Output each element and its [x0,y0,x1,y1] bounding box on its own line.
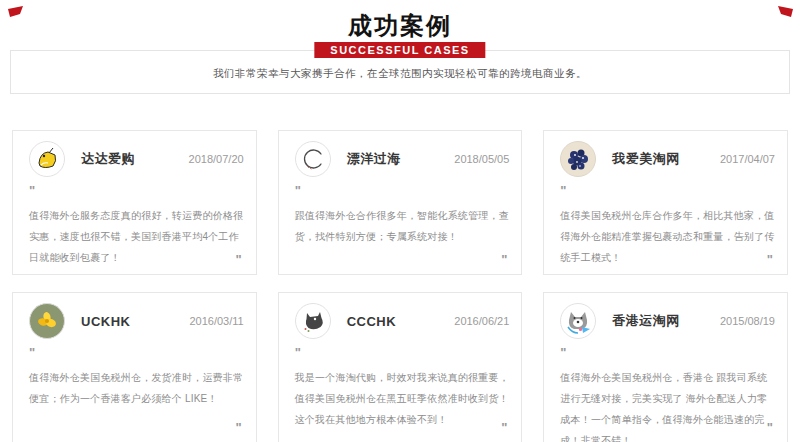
testimonial-card: 漂洋过海 2018/05/05 " 跟值得海外仓合作很多年，智能化系统管理，查货… [278,130,523,275]
testimonial-card: CCCHK 2016/06/21 " 我是一个海淘代购，时效对我来说真的很重要，… [278,292,523,442]
blue-flowers-avatar [560,141,596,177]
open-quote-mark: " [295,348,510,358]
close-quote-mark: " [767,252,773,267]
review-date: 2015/08/19 [720,315,775,327]
dada-mascot-avatar [29,141,65,177]
testimonial-card: UCKHK 2016/03/11 " 值得海外仓美国免税州仓，发货准时，运费非常… [12,292,257,442]
open-quote-mark: " [560,348,775,358]
client-name: 香港运淘网 [612,312,680,330]
card-header: 我爱美淘网 2017/04/07 [560,141,775,177]
review-text: 跟值得海外仓合作很多年，智能化系统管理，查货，找件特别方便；专属系统对接！ [295,205,510,247]
client-name: UCKHK [81,314,130,329]
red-ribbon-decoration-right [778,4,793,16]
open-quote-mark: " [295,186,510,196]
open-quote-mark: " [29,186,244,196]
husky-mascot-avatar [560,303,596,339]
client-name: 达达爱购 [81,150,135,168]
close-quote-mark: " [235,252,241,267]
client-name: 我爱美淘网 [612,150,680,168]
testimonial-grid: 达达爱购 2018/07/20 " 值得海外仓服务态度真的很好，转运费的价格很实… [12,130,788,442]
testimonial-card: 我爱美淘网 2017/04/07 " 值得美国免税州仓库合作多年，相比其他家，值… [543,130,788,275]
close-quote-mark: " [235,420,241,435]
review-text: 我是一个海淘代购，时效对我来说真的很重要，值得美国免税州仓在黑五旺季依然准时收到… [295,367,510,430]
open-quote-mark: " [560,186,775,196]
red-ribbon-decoration-left [8,4,23,16]
circle-sketch-avatar [295,141,331,177]
review-date: 2017/04/07 [720,153,775,165]
card-header: UCKHK 2016/03/11 [29,303,244,339]
card-header: 香港运淘网 2015/08/19 [560,303,775,339]
card-header: CCCHK 2016/06/21 [295,303,510,339]
intro-box: SUCCESSFUL CASES 我们非常荣幸与大家携手合作，在全球范围内实现轻… [10,50,790,94]
review-date: 2018/07/20 [189,153,244,165]
review-date: 2018/05/05 [454,153,509,165]
review-date: 2016/06/21 [454,315,509,327]
card-header: 达达爱购 2018/07/20 [29,141,244,177]
card-header: 漂洋过海 2018/05/05 [295,141,510,177]
yellow-flower-avatar [29,303,65,339]
testimonial-card: 香港运淘网 2015/08/19 " 值得海外仓美国免税州仓，香港仓 跟我司系统… [543,292,788,442]
testimonial-card: 达达爱购 2018/07/20 " 值得海外仓服务态度真的很好，转运费的价格很实… [12,130,257,275]
tagline-badge: SUCCESSFUL CASES [314,42,485,58]
close-quote-mark: " [501,420,507,435]
section-title: 成功案例 [0,13,800,39]
close-quote-mark: " [501,252,507,267]
review-text: 值得海外仓美国免税州仓，发货准时，运费非常便宜；作为一个香港客户必须给个 LIK… [29,367,244,409]
review-text: 值得美国免税州仓库合作多年，相比其他家，值得海外仓能精准掌握包裹动态和重量，告别… [560,205,775,268]
open-quote-mark: " [29,348,244,358]
review-text: 值得海外仓美国免税州仓，香港仓 跟我司系统进行无缝对接，完美实现了 海外仓配送人… [560,367,775,442]
successful-cases-section: { "header": { "title": "成功案例", "tagline"… [0,0,800,442]
client-name: 漂洋过海 [347,150,401,168]
client-name: CCCHK [347,314,396,329]
cat-doodle-avatar [295,303,331,339]
review-date: 2016/03/11 [189,315,243,327]
review-text: 值得海外仓服务态度真的很好，转运费的价格很实惠，速度也很不错，美国到香港平均4个… [29,205,244,268]
close-quote-mark: " [767,420,773,435]
